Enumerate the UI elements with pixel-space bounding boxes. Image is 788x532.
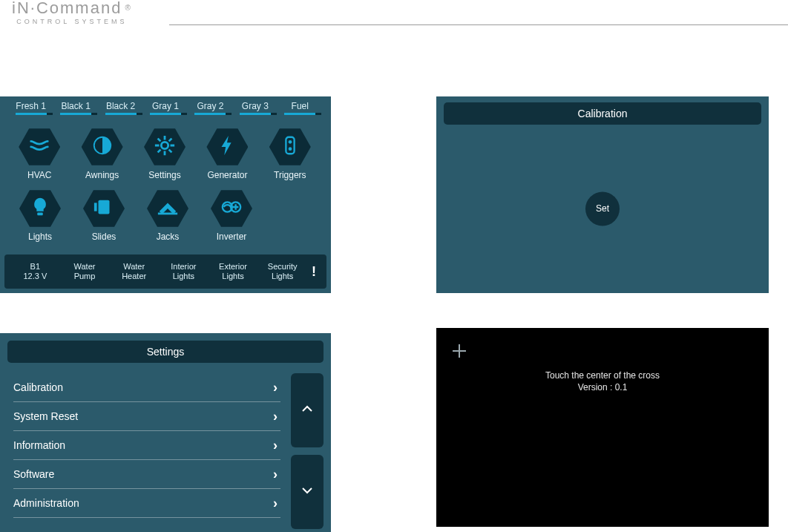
svg-rect-15 <box>94 203 97 211</box>
hex-inverter[interactable]: Inverter <box>200 188 263 242</box>
interior-lights-toggle[interactable]: Interior Lights <box>159 262 209 281</box>
hex-hvac[interactable]: HVAC <box>9 126 70 180</box>
tank-gray3[interactable]: Gray 3 <box>233 101 278 120</box>
water-pump-toggle[interactable]: Water Pump <box>60 262 110 281</box>
tank-fresh1[interactable]: Fresh 1 <box>9 101 53 120</box>
water-heater-toggle[interactable]: Water Heater <box>109 262 159 281</box>
hex-settings[interactable]: Settings <box>134 126 195 180</box>
bolt-icon <box>216 134 238 160</box>
svg-point-11 <box>288 140 292 144</box>
panel-settings: Settings Calibration › System Reset › In… <box>0 333 331 532</box>
jacks-icon <box>157 196 179 221</box>
bulb-icon <box>29 196 51 221</box>
svg-rect-14 <box>99 200 110 214</box>
header-divider <box>169 24 788 25</box>
hex-slides[interactable]: Slides <box>73 188 135 242</box>
panel-touch-calibration[interactable]: Touch the center of the cross Version : … <box>436 328 769 527</box>
hex-lights[interactable]: Lights <box>9 188 71 242</box>
svg-line-9 <box>158 150 161 153</box>
tank-gray1[interactable]: Gray 1 <box>143 101 188 120</box>
slides-icon <box>93 196 115 221</box>
svg-line-8 <box>169 139 172 142</box>
panel-home: Fresh 1 Black 1 Black 2 Gray 1 Gray 2 Gr… <box>0 96 331 293</box>
scroll-up-button[interactable] <box>291 373 324 447</box>
hex-grid: HVAC Awnings Settings Generator <box>9 126 322 242</box>
settings-item-information[interactable]: Information › <box>13 431 280 460</box>
svg-rect-13 <box>37 213 43 216</box>
settings-item-administration[interactable]: Administration › <box>13 489 280 518</box>
logo-registered: ® <box>125 4 131 12</box>
calibration-set-button[interactable]: Set <box>585 191 620 226</box>
calibration-title: Calibration <box>444 102 761 125</box>
exterior-lights-toggle[interactable]: Exterior Lights <box>209 262 258 281</box>
panel-calibration: Calibration Set <box>436 96 769 293</box>
triggers-icon <box>279 134 301 160</box>
security-lights-toggle[interactable]: Security Lights <box>257 262 307 281</box>
chevron-up-icon <box>301 403 313 418</box>
tank-level-row: Fresh 1 Black 1 Black 2 Gray 1 Gray 2 Gr… <box>9 101 322 120</box>
calibration-cross-icon[interactable] <box>453 344 466 358</box>
awnings-icon <box>91 134 114 160</box>
svg-point-1 <box>161 142 168 148</box>
tank-fuel[interactable]: Fuel <box>278 101 322 120</box>
svg-point-12 <box>288 147 292 151</box>
svg-line-7 <box>169 150 172 153</box>
hex-generator[interactable]: Generator <box>197 126 257 180</box>
chevron-right-icon: › <box>273 409 280 424</box>
chevron-down-icon <box>301 485 313 499</box>
tank-black1[interactable]: Black 1 <box>53 101 98 120</box>
chevron-right-icon: › <box>273 467 280 482</box>
logo-main-text: iN·Command <box>12 0 122 17</box>
chevron-right-icon: › <box>273 496 280 511</box>
hex-awnings[interactable]: Awnings <box>71 126 132 180</box>
svg-rect-10 <box>286 137 294 154</box>
chevron-right-icon: › <box>273 380 280 395</box>
scroll-down-button[interactable] <box>291 455 324 529</box>
alert-icon[interactable]: ! <box>307 264 321 280</box>
settings-item-calibration[interactable]: Calibration › <box>13 373 280 402</box>
chevron-right-icon: › <box>273 438 280 453</box>
settings-list: Calibration › System Reset › Information… <box>13 373 280 518</box>
tank-gray2[interactable]: Gray 2 <box>188 101 233 120</box>
brand-logo: iN·Command® CONTROL SYSTEMS <box>12 0 132 25</box>
settings-item-software[interactable]: Software › <box>13 460 280 489</box>
hex-jacks[interactable]: Jacks <box>137 188 199 242</box>
svg-line-6 <box>158 139 161 142</box>
settings-title: Settings <box>7 341 324 363</box>
hex-triggers[interactable]: Triggers <box>260 126 321 180</box>
gear-icon <box>154 134 176 160</box>
inverter-icon <box>220 196 243 221</box>
logo-sub-text: CONTROL SYSTEMS <box>12 18 132 25</box>
touch-instruction: Touch the center of the cross Version : … <box>436 370 769 393</box>
tank-black2[interactable]: Black 2 <box>99 101 143 120</box>
settings-item-system-reset[interactable]: System Reset › <box>13 402 280 431</box>
status-bar: B1 12.3 V Water Pump Water Heater Interi… <box>4 254 326 289</box>
svg-rect-16 <box>158 213 177 215</box>
battery-readout[interactable]: B1 12.3 V <box>10 262 60 281</box>
hvac-icon <box>28 134 50 160</box>
page-header: iN·Command® CONTROL SYSTEMS <box>0 0 788 30</box>
